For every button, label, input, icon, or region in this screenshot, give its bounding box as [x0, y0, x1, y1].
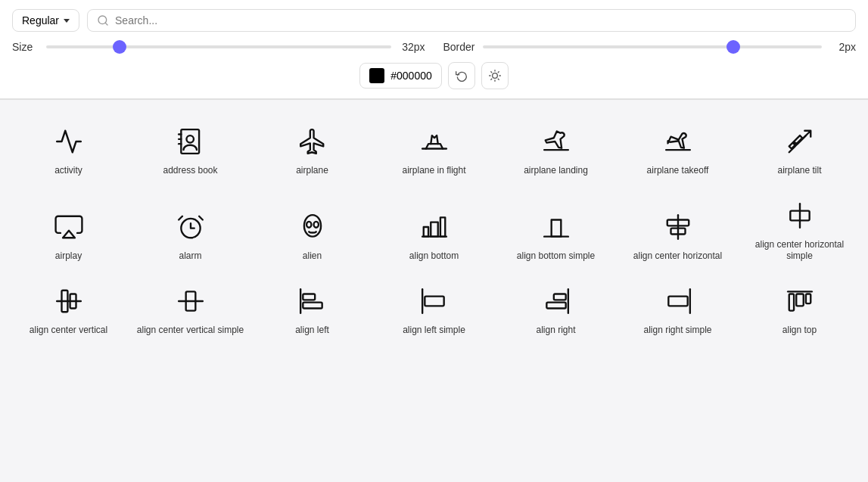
svg-line-5	[491, 72, 492, 73]
icon-grid: activity address book airplane	[0, 100, 868, 363]
icon-label-alien: alien	[303, 250, 322, 263]
svg-rect-25	[423, 227, 428, 237]
svg-line-1	[105, 23, 107, 25]
size-label: Size	[12, 41, 39, 53]
align-center-horizontal-icon	[664, 213, 692, 244]
icon-item-alien[interactable]: alien	[251, 189, 373, 275]
svg-point-21	[306, 222, 311, 228]
icon-item-align-left-simple[interactable]: align left simple	[373, 275, 495, 349]
airplane-tilt-icon	[786, 127, 814, 159]
svg-rect-50	[789, 294, 793, 310]
align-right-icon	[542, 287, 571, 319]
icon-item-align-center-vertical-simple[interactable]: align center vertical simple	[129, 275, 251, 349]
icon-label-align-left-simple: align left simple	[403, 325, 465, 337]
icon-item-align-right-simple[interactable]: align right simple	[617, 275, 739, 349]
svg-rect-43	[425, 296, 443, 306]
icon-item-align-bottom[interactable]: align bottom	[373, 189, 495, 275]
icon-item-airplane-takeoff[interactable]: airplane takeoff	[617, 115, 739, 189]
search-icon	[97, 14, 109, 26]
search-input[interactable]	[115, 14, 846, 26]
align-left-simple-icon	[420, 287, 449, 319]
border-slider[interactable]	[483, 45, 822, 48]
icon-label-align-bottom: align bottom	[409, 250, 459, 263]
svg-rect-41	[303, 302, 322, 308]
icon-item-align-right[interactable]: align right	[495, 275, 617, 349]
svg-rect-48	[668, 296, 687, 306]
icon-item-activity[interactable]: activity	[8, 115, 129, 189]
icon-item-airplane-in-flight[interactable]: airplane in flight	[373, 115, 495, 189]
size-slider[interactable]	[46, 45, 391, 48]
search-box	[87, 9, 856, 32]
border-slider-group: Border 2px	[443, 41, 857, 53]
svg-rect-26	[440, 218, 444, 237]
icon-item-airplane[interactable]: airplane	[251, 115, 373, 189]
svg-rect-45	[553, 294, 565, 300]
icon-label-airplane-in-flight: airplane in flight	[402, 165, 465, 177]
icon-item-align-center-vertical[interactable]: align center vertical	[8, 275, 129, 349]
svg-rect-40	[303, 294, 315, 300]
svg-line-6	[498, 79, 499, 79]
svg-rect-24	[431, 222, 438, 237]
activity-icon	[54, 127, 83, 159]
color-swatch-button[interactable]: #000000	[359, 63, 442, 89]
icon-item-align-center-horizontal-simple[interactable]: align center horizontal simple	[739, 189, 860, 275]
brightness-icon	[489, 70, 501, 82]
toolbar-row1: Regular	[12, 9, 856, 32]
svg-line-10	[498, 72, 499, 73]
toolbar: Regular Size 32px Border 2px #000000	[0, 0, 868, 99]
size-value: 32px	[399, 41, 425, 53]
icon-label-airplane: airplane	[296, 165, 328, 177]
svg-point-12	[186, 135, 194, 143]
airplay-icon	[54, 213, 83, 244]
alarm-icon	[176, 213, 205, 244]
icon-label-airplane-tilt: airplane tilt	[777, 165, 821, 177]
svg-rect-28	[551, 220, 561, 237]
svg-line-19	[199, 216, 203, 220]
align-bottom-icon	[420, 213, 449, 244]
icon-label-align-center-horizontal-simple: align center horizontal simple	[745, 239, 854, 263]
airplane-takeoff-icon	[664, 127, 692, 159]
icon-item-align-top[interactable]: align top	[739, 275, 860, 349]
svg-rect-46	[546, 302, 565, 308]
svg-point-2	[492, 73, 497, 79]
icon-label-align-top: align top	[782, 325, 817, 337]
svg-point-22	[313, 222, 318, 228]
icon-item-airplane-tilt[interactable]: airplane tilt	[739, 115, 860, 189]
border-label: Border	[443, 41, 475, 53]
border-value: 2px	[829, 41, 856, 53]
toolbar-row3: #000000	[12, 62, 856, 89]
svg-rect-52	[805, 294, 810, 303]
icon-label-airplane-takeoff: airplane takeoff	[647, 165, 709, 177]
icon-label-alarm: alarm	[179, 250, 201, 263]
icon-item-address-book[interactable]: address book	[129, 115, 251, 189]
color-box	[369, 68, 384, 83]
icon-item-airplay[interactable]: airplay	[8, 189, 129, 275]
style-dropdown[interactable]: Regular	[12, 9, 79, 32]
brightness-button[interactable]	[481, 62, 509, 89]
icon-item-align-bottom-simple[interactable]: align bottom simple	[495, 189, 617, 275]
icon-item-align-left[interactable]: align left	[251, 275, 373, 349]
align-center-horizontal-simple-icon	[786, 201, 814, 233]
icon-label-airplane-landing: airplane landing	[524, 165, 588, 177]
icon-label-align-left: align left	[295, 325, 329, 337]
align-top-icon	[786, 287, 814, 319]
icon-label-align-center-vertical-simple: align center vertical simple	[137, 325, 244, 337]
align-center-vertical-icon	[54, 287, 83, 319]
chevron-down-icon	[64, 19, 70, 23]
icon-label-activity: activity	[54, 165, 82, 177]
icon-label-align-center-vertical: align center vertical	[30, 325, 107, 337]
style-dropdown-label: Regular	[22, 14, 59, 26]
align-right-simple-icon	[664, 287, 692, 319]
icon-item-alarm[interactable]: alarm	[129, 189, 251, 275]
airplane-landing-icon	[542, 127, 571, 159]
icon-item-align-center-horizontal[interactable]: align center horizontal	[617, 189, 739, 275]
address-book-icon	[176, 127, 205, 159]
icon-label-address-book: address book	[163, 165, 217, 177]
align-bottom-simple-icon	[542, 213, 571, 244]
refresh-button[interactable]	[448, 62, 475, 89]
icon-label-align-bottom-simple: align bottom simple	[517, 250, 595, 263]
icon-item-airplane-landing[interactable]: airplane landing	[495, 115, 617, 189]
align-left-icon	[298, 287, 327, 319]
refresh-icon	[456, 70, 468, 82]
alien-icon	[298, 213, 327, 244]
